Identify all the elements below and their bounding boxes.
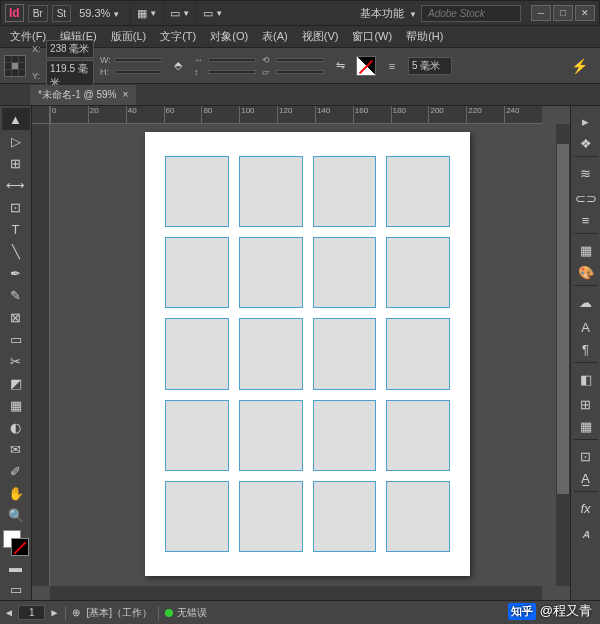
grid-cell[interactable]: [313, 156, 377, 227]
color-panel-icon[interactable]: ▦: [574, 239, 598, 261]
scissors-tool[interactable]: ✂: [2, 350, 30, 372]
object-styles-icon[interactable]: ◧: [574, 368, 598, 390]
links-panel-icon[interactable]: ⊂⊃: [574, 187, 598, 209]
grid-cell[interactable]: [165, 156, 229, 227]
content-collector-tool[interactable]: ⊡: [2, 196, 30, 218]
grid-cell[interactable]: [165, 481, 229, 552]
preflight-profile[interactable]: [基本]（工作）: [86, 606, 152, 620]
grid-cell[interactable]: [386, 400, 450, 471]
x-field[interactable]: 238 毫米: [46, 40, 94, 58]
document-tab[interactable]: *未命名-1 @ 59% ×: [30, 85, 136, 105]
arrange-icon[interactable]: ▭▼: [203, 3, 223, 23]
grid-cell[interactable]: [239, 481, 303, 552]
fill-stroke-toggle[interactable]: [3, 530, 29, 556]
grid-cell[interactable]: [239, 400, 303, 471]
menu-table[interactable]: 表(A): [256, 27, 294, 46]
menu-object[interactable]: 对象(O): [204, 27, 254, 46]
gradient-feather-tool[interactable]: ◐: [2, 416, 30, 438]
vertical-scrollbar[interactable]: [556, 124, 570, 586]
grid-cell[interactable]: [239, 318, 303, 389]
grid-cell[interactable]: [313, 237, 377, 308]
zoom-level[interactable]: 59.3%▼: [79, 7, 120, 19]
menu-window[interactable]: 窗口(W): [346, 27, 398, 46]
paragraph-styles-icon[interactable]: ⊡: [574, 445, 598, 467]
pen-tool[interactable]: ✒: [2, 262, 30, 284]
cc-libraries-icon[interactable]: ☁: [574, 291, 598, 313]
grid-cell[interactable]: [165, 237, 229, 308]
table-panel-icon[interactable]: ⊞: [574, 393, 598, 415]
view-mode-toggle[interactable]: ▬: [2, 556, 30, 578]
view-options-icon[interactable]: ▦▼: [137, 3, 157, 23]
fill-stroke-swatch[interactable]: [356, 56, 376, 76]
workspace-switcher[interactable]: 基本功能 ▼: [360, 6, 417, 21]
w-field[interactable]: [114, 58, 162, 62]
constrain-icon[interactable]: ⬘: [168, 56, 188, 76]
shear-field[interactable]: [276, 70, 324, 74]
h-field[interactable]: [114, 70, 162, 74]
menu-layout[interactable]: 版面(L): [105, 27, 152, 46]
scale-x-field[interactable]: [208, 58, 256, 62]
vertical-ruler[interactable]: [32, 124, 50, 586]
cell-styles-icon[interactable]: ▦: [574, 418, 598, 440]
screen-mode-icon[interactable]: ▭▼: [170, 3, 190, 23]
canvas[interactable]: [50, 124, 542, 586]
preflight-menu-icon[interactable]: ⊕: [72, 607, 80, 618]
screen-mode-normal[interactable]: ▭: [2, 578, 30, 600]
reference-point[interactable]: [4, 55, 26, 77]
grid-cell[interactable]: [313, 318, 377, 389]
type-tool[interactable]: T: [2, 218, 30, 240]
gpu-icon[interactable]: ⚡: [571, 58, 588, 74]
grid-cell[interactable]: [386, 481, 450, 552]
horizontal-scrollbar[interactable]: [50, 586, 542, 600]
stock-button[interactable]: St: [52, 5, 71, 22]
ruler-origin[interactable]: [32, 106, 50, 124]
grid-cell[interactable]: [239, 156, 303, 227]
zoom-tool[interactable]: 🔍: [2, 504, 30, 526]
search-input[interactable]: [421, 5, 521, 22]
menu-help[interactable]: 帮助(H): [400, 27, 449, 46]
preflight-errors[interactable]: 无错误: [177, 606, 207, 620]
eyedropper-tool[interactable]: ✐: [2, 460, 30, 482]
note-tool[interactable]: ✉: [2, 438, 30, 460]
gap-tool[interactable]: ⟷: [2, 174, 30, 196]
rotate-field[interactable]: [276, 58, 324, 62]
page-next-icon[interactable]: ►: [49, 607, 59, 618]
close-button[interactable]: ✕: [575, 5, 595, 21]
grid-cell[interactable]: [165, 400, 229, 471]
document-page[interactable]: [145, 132, 470, 576]
horizontal-ruler[interactable]: 020406080100120140160180200220240: [50, 106, 542, 124]
gradient-swatch-tool[interactable]: ▦: [2, 394, 30, 416]
stroke-panel-icon[interactable]: ≡: [574, 212, 598, 234]
free-transform-tool[interactable]: ◩: [2, 372, 30, 394]
grid-cell[interactable]: [313, 400, 377, 471]
selection-tool[interactable]: ▲: [2, 108, 30, 130]
glyphs-panel-icon[interactable]: ᴀ: [574, 522, 598, 544]
grid-cell[interactable]: [239, 237, 303, 308]
layers-panel-icon[interactable]: ≋: [574, 162, 598, 184]
grid-cell[interactable]: [313, 481, 377, 552]
minimize-button[interactable]: ─: [531, 5, 551, 21]
grid-cell[interactable]: [386, 237, 450, 308]
grid-cell[interactable]: [386, 156, 450, 227]
line-tool[interactable]: ╲: [2, 240, 30, 262]
flip-h-icon[interactable]: ⇋: [330, 56, 350, 76]
page-prev-icon[interactable]: ◄: [4, 607, 14, 618]
rectangle-tool[interactable]: ▭: [2, 328, 30, 350]
menu-view[interactable]: 视图(V): [296, 27, 345, 46]
character-styles-icon[interactable]: A̲: [574, 470, 598, 492]
page-tool[interactable]: ⊞: [2, 152, 30, 174]
effects-panel-icon[interactable]: fx: [574, 497, 598, 519]
rectangle-frame-tool[interactable]: ⊠: [2, 306, 30, 328]
close-icon[interactable]: ×: [123, 89, 129, 100]
hand-tool[interactable]: ✋: [2, 482, 30, 504]
character-panel-icon[interactable]: A: [574, 316, 598, 338]
scale-y-field[interactable]: [208, 70, 256, 74]
swatches-panel-icon[interactable]: 🎨: [574, 264, 598, 286]
bridge-button[interactable]: Br: [28, 5, 48, 22]
grid-cell[interactable]: [165, 318, 229, 389]
stroke-weight-field[interactable]: 5 毫米: [408, 57, 452, 75]
maximize-button[interactable]: □: [553, 5, 573, 21]
expand-panels-icon[interactable]: ▸: [574, 110, 598, 132]
menu-type[interactable]: 文字(T): [154, 27, 202, 46]
paragraph-panel-icon[interactable]: ¶: [574, 341, 598, 363]
